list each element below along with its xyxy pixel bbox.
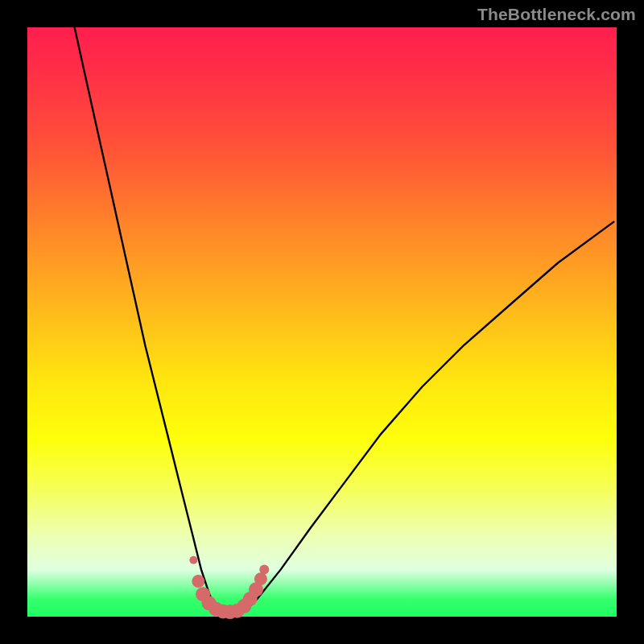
bottleneck-curve — [75, 27, 614, 613]
optimum-marker — [192, 575, 204, 588]
watermark-text: TheBottleneck.com — [477, 5, 636, 24]
curve-svg — [27, 27, 617, 617]
optimum-marker — [254, 572, 267, 585]
plot-area — [27, 27, 617, 617]
chart-frame: TheBottleneck.com — [0, 0, 644, 644]
optimum-marker — [189, 556, 197, 564]
optimum-marker — [259, 564, 269, 574]
optimum-markers — [189, 556, 269, 619]
